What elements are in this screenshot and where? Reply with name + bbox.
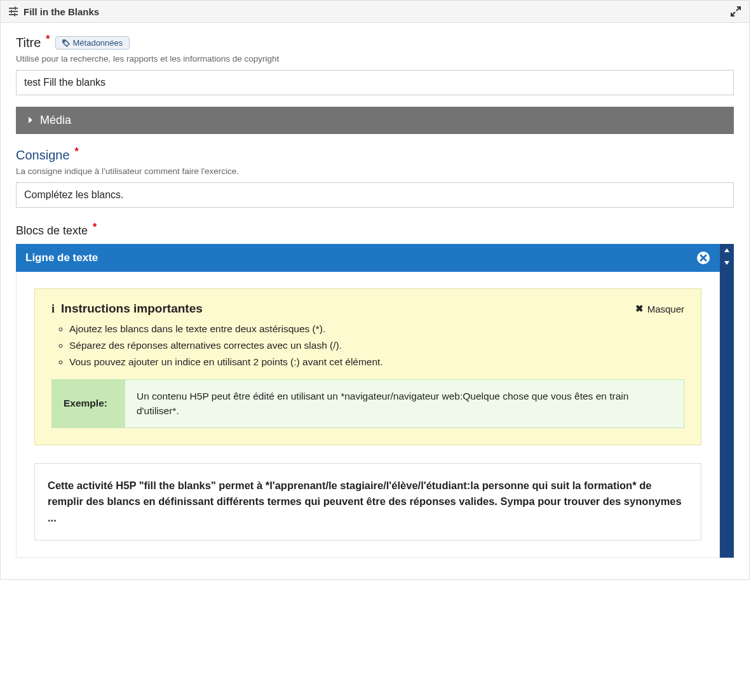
content-type-title: Fill in the Blanks xyxy=(24,6,99,17)
svg-rect-5 xyxy=(14,13,15,17)
example-body: Un contenu H5P peut être édité en utilis… xyxy=(125,380,684,427)
media-collapsible[interactable]: Média xyxy=(16,107,734,134)
example-row: Exemple: Un contenu H5P peut être édité … xyxy=(51,379,684,428)
hide-label: Masquer xyxy=(647,304,684,314)
svg-rect-1 xyxy=(9,11,18,12)
text-block-editor[interactable]: Cette activité H5P "fill the blanks" per… xyxy=(34,463,701,541)
sliders-icon xyxy=(8,6,18,17)
consigne-description: La consigne indique à l'utilisateur comm… xyxy=(16,166,734,176)
title-label: Titre xyxy=(16,36,41,50)
line-header-bar[interactable]: Ligne de texte xyxy=(16,244,720,272)
title-description: Utilisé pour la recherche, les rapports … xyxy=(16,54,734,64)
line-header-label: Ligne de texte xyxy=(25,252,98,264)
svg-rect-2 xyxy=(9,14,18,15)
panel-header: Fill in the Blanks xyxy=(1,1,749,23)
reorder-column xyxy=(720,244,734,558)
instruction-item: Séparez des réponses alternatives correc… xyxy=(69,340,684,351)
consigne-label: Consigne xyxy=(16,148,70,163)
instruction-item: Ajoutez les blancs dans le texte entre d… xyxy=(69,323,684,335)
info-icon: i xyxy=(51,302,55,316)
svg-rect-3 xyxy=(15,7,16,10)
metadata-chip-label: Métadonnées xyxy=(73,38,123,48)
blocks-label: Blocs de texte xyxy=(16,224,88,238)
media-label: Média xyxy=(40,114,71,127)
svg-point-6 xyxy=(64,41,65,42)
remove-line-icon[interactable] xyxy=(696,251,710,265)
instructions-list: Ajoutez les blancs dans le texte entre d… xyxy=(58,323,684,368)
editor-panel: Fill in the Blanks Titre * xyxy=(0,0,750,580)
instruction-item: Vous pouvez ajouter un indice en utilisa… xyxy=(69,356,684,368)
move-up-icon[interactable] xyxy=(724,244,730,257)
consigne-field: Consigne * La consigne indique à l'utili… xyxy=(16,148,734,208)
blocks-field: Blocs de texte * Ligne de texte xyxy=(16,224,734,558)
title-input[interactable] xyxy=(16,70,734,95)
hide-instructions-button[interactable]: ✖ Masquer xyxy=(635,303,684,314)
svg-rect-0 xyxy=(9,8,18,9)
example-label: Exemple: xyxy=(52,380,125,427)
close-icon: ✖ xyxy=(635,303,644,314)
consigne-input[interactable] xyxy=(16,182,734,208)
fullscreen-toggle-icon[interactable] xyxy=(730,6,741,17)
caret-right-icon xyxy=(27,116,34,126)
svg-rect-4 xyxy=(11,10,12,13)
title-field: Titre * Métadonnées Utilisé pour la rech… xyxy=(16,36,734,95)
metadata-chip[interactable]: Métadonnées xyxy=(55,36,130,50)
required-indicator: * xyxy=(46,34,50,45)
instructions-title: Instructions importantes xyxy=(61,302,203,316)
instructions-box: i Instructions importantes ✖ Masquer Ajo… xyxy=(34,288,701,445)
required-indicator: * xyxy=(75,146,79,158)
move-down-icon[interactable] xyxy=(724,257,730,269)
required-indicator: * xyxy=(93,222,97,233)
